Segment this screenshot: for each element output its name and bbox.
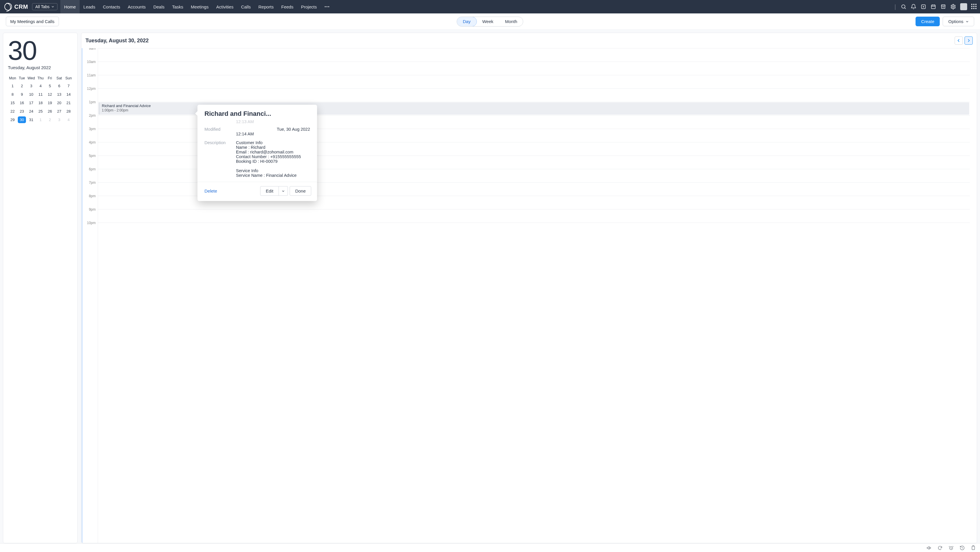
- next-day-button[interactable]: [964, 37, 973, 45]
- more-icon: [324, 4, 330, 10]
- view-name-chip[interactable]: My Meetings and Calls: [6, 17, 59, 26]
- hour-row[interactable]: 9am: [98, 48, 970, 62]
- hour-row[interactable]: 12pm: [98, 88, 970, 102]
- hour-label: 5pm: [84, 154, 95, 158]
- avatar[interactable]: [960, 3, 967, 10]
- event-modified-row: Modified Tue, 30 Aug 2022: [204, 127, 310, 132]
- store-icon[interactable]: [940, 4, 946, 10]
- hour-label: 10am: [84, 60, 95, 64]
- nav-deals[interactable]: Deals: [150, 0, 168, 13]
- sync-icon[interactable]: [937, 545, 943, 550]
- hour-label: 3pm: [84, 127, 95, 131]
- mini-cal-day[interactable]: 4: [64, 116, 73, 124]
- mini-cal-day[interactable]: 8: [8, 90, 17, 99]
- nav-leads[interactable]: Leads: [80, 0, 99, 13]
- mini-cal-day[interactable]: 19: [45, 99, 54, 107]
- mini-cal-day[interactable]: 15: [8, 99, 17, 107]
- mini-cal-day[interactable]: 18: [36, 99, 45, 107]
- event-description-value: Customer Info Name : Richard Email : ric…: [236, 140, 310, 178]
- apps-grid-icon[interactable]: [971, 4, 977, 10]
- all-tabs-selector[interactable]: All Tabs: [32, 3, 57, 10]
- nav-meetings[interactable]: Meetings: [187, 0, 212, 13]
- mini-cal-day[interactable]: 16: [17, 99, 27, 107]
- nav-tasks[interactable]: Tasks: [168, 0, 187, 13]
- mini-cal-day[interactable]: 7: [64, 82, 73, 90]
- nav-calls[interactable]: Calls: [237, 0, 255, 13]
- nav-reports[interactable]: Reports: [255, 0, 278, 13]
- mini-cal-day[interactable]: 24: [27, 107, 36, 116]
- prev-day-button[interactable]: [955, 37, 963, 45]
- mini-cal-day[interactable]: 20: [54, 99, 64, 107]
- view-day[interactable]: Day: [457, 17, 477, 27]
- calendar-scrollbar[interactable]: [973, 48, 976, 543]
- create-button[interactable]: Create: [916, 17, 940, 26]
- mini-cal-day[interactable]: 31: [27, 116, 36, 124]
- mini-cal-day[interactable]: 1: [8, 82, 17, 90]
- mini-cal-day[interactable]: 11: [36, 90, 45, 99]
- mini-cal-day[interactable]: 4: [36, 82, 45, 90]
- event-modified-value: Tue, 30 Aug 2022: [236, 127, 310, 132]
- brand-logo[interactable]: CRM: [5, 3, 28, 11]
- nav-more-button[interactable]: [321, 4, 333, 10]
- search-icon[interactable]: [900, 4, 907, 10]
- mini-cal-day[interactable]: 30: [17, 116, 27, 124]
- hour-row[interactable]: 9pm: [98, 209, 970, 223]
- edit-button[interactable]: Edit: [260, 186, 279, 196]
- edit-more-button[interactable]: [279, 186, 288, 196]
- nav-projects[interactable]: Projects: [297, 0, 321, 13]
- mini-cal-dow: Fri: [45, 75, 54, 82]
- mini-cal-day[interactable]: 17: [27, 99, 36, 107]
- hour-label: 2pm: [84, 113, 95, 118]
- mini-cal-day[interactable]: 22: [8, 107, 17, 116]
- mini-cal-dow: Wed: [27, 75, 36, 82]
- mini-cal-day[interactable]: 3: [54, 116, 64, 124]
- mini-cal-day[interactable]: 6: [54, 82, 64, 90]
- mini-cal-day[interactable]: 25: [36, 107, 45, 116]
- mini-cal-day[interactable]: 5: [45, 82, 54, 90]
- nav-contacts[interactable]: Contacts: [99, 0, 124, 13]
- mini-cal-day[interactable]: 23: [17, 107, 27, 116]
- mini-cal-day[interactable]: 26: [45, 107, 54, 116]
- hour-label: 12pm: [84, 87, 95, 91]
- nav-activities[interactable]: Activities: [212, 0, 237, 13]
- history-icon[interactable]: [959, 545, 965, 550]
- view-week[interactable]: Week: [476, 17, 499, 26]
- nav-home[interactable]: Home: [60, 0, 80, 13]
- mini-cal-day[interactable]: 2: [45, 116, 54, 124]
- done-button[interactable]: Done: [290, 186, 311, 196]
- mini-cal-day[interactable]: 12: [45, 90, 54, 99]
- mini-cal-day[interactable]: 21: [64, 99, 73, 107]
- event-popover-body: 12:13 AM Modified Tue, 30 Aug 2022 12:14…: [197, 119, 317, 182]
- gear-icon[interactable]: [950, 4, 956, 10]
- hour-label: 4pm: [84, 140, 95, 145]
- mini-cal-day[interactable]: 2: [17, 82, 27, 90]
- chevron-right-icon: [967, 38, 970, 43]
- hour-row[interactable]: 10pm: [98, 223, 970, 236]
- mini-cal-day[interactable]: 27: [54, 107, 64, 116]
- hour-row[interactable]: 11am: [98, 75, 970, 88]
- nav-accounts[interactable]: Accounts: [124, 0, 150, 13]
- mini-cal-day[interactable]: 28: [64, 107, 73, 116]
- nav-feeds[interactable]: Feeds: [277, 0, 297, 13]
- mini-cal-day[interactable]: 3: [27, 82, 36, 90]
- alarm-icon[interactable]: [948, 545, 954, 550]
- bell-icon[interactable]: [911, 4, 916, 10]
- mini-cal-day[interactable]: 13: [54, 90, 64, 99]
- delete-event-link[interactable]: Delete: [204, 188, 217, 193]
- subbar: My Meetings and Calls DayWeekMonth Creat…: [0, 13, 980, 30]
- mini-cal-day[interactable]: 1: [36, 116, 45, 124]
- mini-cal-day[interactable]: 14: [64, 90, 73, 99]
- calendar-icon[interactable]: [931, 4, 936, 10]
- big-day-number: 30: [8, 37, 73, 64]
- mini-cal-day[interactable]: 29: [8, 116, 17, 124]
- mini-cal-day[interactable]: 9: [17, 90, 27, 99]
- clipboard-icon[interactable]: [970, 545, 976, 550]
- announce-icon[interactable]: [926, 545, 932, 550]
- view-month[interactable]: Month: [500, 17, 523, 26]
- options-button[interactable]: Options: [943, 17, 974, 26]
- hour-row[interactable]: 10am: [98, 62, 970, 75]
- quick-add-icon[interactable]: [921, 4, 926, 10]
- mini-cal-day[interactable]: 10: [27, 90, 36, 99]
- mini-cal-week: 15161718192021: [8, 99, 73, 107]
- full-date: Tuesday, August 2022: [8, 65, 73, 70]
